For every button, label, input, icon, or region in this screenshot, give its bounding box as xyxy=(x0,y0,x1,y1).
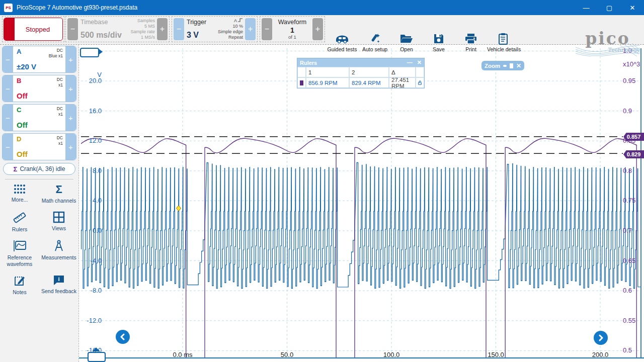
scroll-handle[interactable] xyxy=(88,352,106,362)
zoom-label: Zoom xyxy=(485,63,500,69)
ruler-lock-cell[interactable] xyxy=(416,77,424,88)
ruler-value-tag-1[interactable]: 0.857 xyxy=(623,133,644,141)
channel-a-panel[interactable]: − A DC Blue x1 ±20 V + xyxy=(2,46,76,73)
guided-tests-button[interactable]: Guided tests xyxy=(326,33,358,52)
save-button[interactable]: Save xyxy=(423,33,455,52)
scroll-position-pointer xyxy=(92,347,100,351)
right-axis-scale-label: x10^3 xyxy=(623,60,644,68)
rulers-panel-title: Rulers xyxy=(300,60,317,66)
more-button[interactable]: More... xyxy=(0,184,39,204)
channel-c-panel[interactable]: − C DC x1 Off + xyxy=(2,104,76,131)
calipers-icon xyxy=(53,239,65,252)
trigger-channel: A xyxy=(234,18,237,23)
reference-waveforms-button[interactable]: Reference waveforms xyxy=(0,239,39,267)
send-feedback-button[interactable]: i Send feedback xyxy=(39,274,78,296)
sidebar-divider xyxy=(5,179,73,179)
pan-left-button[interactable] xyxy=(116,330,130,344)
timebase-decrease-button[interactable]: − xyxy=(67,18,78,40)
gridlines xyxy=(81,48,641,356)
record-stripe xyxy=(4,18,15,40)
sample-rate-value: 1 MS/s xyxy=(124,35,155,40)
channel-b-decrease-button[interactable]: − xyxy=(3,75,13,102)
channel-a-increase-button[interactable]: + xyxy=(65,46,76,72)
maximize-button[interactable]: ▢ xyxy=(598,0,621,15)
save-icon xyxy=(433,33,445,45)
zoom-full-view-icon[interactable] xyxy=(510,63,513,68)
channel-c-decrease-button[interactable]: − xyxy=(3,105,13,131)
rulers-minimize-button[interactable]: — xyxy=(407,59,413,66)
capture-control-section: Stopped xyxy=(2,16,64,42)
channel-b-panel[interactable]: − B DC x1 Off + xyxy=(2,75,76,102)
views-button[interactable]: Views xyxy=(39,211,78,233)
waveform-plot-area[interactable] xyxy=(79,44,644,362)
channel-c-range: Off xyxy=(17,121,28,129)
zoom-close-icon[interactable]: ✕ xyxy=(516,63,521,69)
channel-d-decrease-button[interactable]: − xyxy=(3,134,13,160)
trigger-point-diamond xyxy=(176,206,181,211)
channel-c-letter: C xyxy=(17,106,21,114)
channel-c-coupling: DC xyxy=(57,106,63,111)
trigger-decrease-button[interactable]: − xyxy=(174,18,184,40)
rulers-button[interactable]: Rulers xyxy=(0,211,39,233)
trigger-increase-button[interactable]: + xyxy=(245,18,256,40)
printer-icon xyxy=(464,33,477,45)
rulers-header-swatch-cell xyxy=(297,67,306,77)
measurements-button[interactable]: Measurements xyxy=(39,239,78,267)
auto-setup-button[interactable]: Auto setup xyxy=(359,33,391,52)
rulers-panel-titlebar[interactable]: Rulers — ✕ xyxy=(297,58,424,67)
sigma-icon: Σ xyxy=(53,184,65,196)
timebase-increase-button[interactable]: + xyxy=(157,18,168,40)
channel-d-range: Off xyxy=(17,150,28,158)
ruler-value-tag-2[interactable]: 0.829 xyxy=(623,150,644,158)
timebase-section: − Timebase 500 ms/div Samples 5 MS Sampl… xyxy=(65,16,170,42)
channel-a-decrease-button[interactable]: − xyxy=(3,46,13,72)
ruler-value-2: 829.4 RPM xyxy=(349,77,389,88)
window-title: PicoScope 7 Automotive gt930-preset.psda… xyxy=(17,4,137,11)
close-button[interactable]: ✕ xyxy=(621,0,644,15)
channel-b-increase-button[interactable]: + xyxy=(65,75,76,102)
app-icon: PS xyxy=(4,4,13,12)
right-axis-tick-label: 0.7 xyxy=(623,227,644,234)
ruler-swatch-cell xyxy=(297,77,306,88)
right-axis-tick-label: 0.65 xyxy=(623,257,644,264)
y-axis-tick-label: 20.0 xyxy=(80,77,102,84)
channel-d-increase-button[interactable]: + xyxy=(65,134,76,160)
minimize-button[interactable]: — xyxy=(575,0,598,15)
waveform-previous-button[interactable]: − xyxy=(262,18,272,40)
open-button[interactable]: Open xyxy=(390,33,423,52)
folder-icon xyxy=(399,33,414,45)
right-axis-tick-label: 0.75 xyxy=(623,197,644,204)
ruler-color-swatch xyxy=(300,80,303,85)
chevron-left-icon xyxy=(119,333,126,340)
trigger-time-marker[interactable] xyxy=(80,48,99,57)
channel-a-range: ±20 V xyxy=(17,62,36,71)
rulers-header-lock-cell xyxy=(416,67,424,77)
stopped-button[interactable]: Stopped xyxy=(4,18,63,41)
stopped-label: Stopped xyxy=(26,26,50,33)
clipboard-icon xyxy=(498,33,509,45)
print-button[interactable]: Print xyxy=(455,33,487,52)
channel-c-increase-button[interactable]: + xyxy=(65,105,76,131)
math-channel-crank-button[interactable]: Σ Crank(A, 36) idle xyxy=(3,163,75,175)
ruler-icon xyxy=(13,211,27,224)
rulers-close-button[interactable]: ✕ xyxy=(417,59,422,66)
channel-d-panel[interactable]: − D DC x1 Off + xyxy=(2,133,76,160)
channel-b-coupling: DC xyxy=(57,77,63,82)
trigger-value: 3 V xyxy=(187,31,212,40)
zoom-undo-icon[interactable] xyxy=(503,65,507,67)
rulers-header-2: 2 xyxy=(349,67,389,77)
trigger-section: − Trigger 3 V A 10 % Simple edge Repeat … xyxy=(172,16,258,42)
channel-a-letter: A xyxy=(17,48,21,55)
vehicle-details-button[interactable]: Vehicle details xyxy=(487,33,519,52)
notes-button[interactable]: Notes xyxy=(0,274,39,296)
channel-b-range: Off xyxy=(17,92,28,100)
math-channels-button[interactable]: Σ Math channels xyxy=(39,184,78,204)
trigger-mode: Simple edge xyxy=(214,29,243,35)
waveform-chart xyxy=(79,44,644,362)
channel-d-probe: x1 xyxy=(58,141,63,146)
zoom-overlay[interactable]: Zoom ✕ xyxy=(481,61,524,70)
waveform-next-button[interactable]: + xyxy=(312,18,323,40)
rulers-panel[interactable]: Rulers — ✕ 1 2 Δ 856.9 RPM 829.4 RPM 27.… xyxy=(297,58,425,88)
pan-right-button[interactable] xyxy=(594,331,608,345)
samples-label: Samples xyxy=(124,18,155,24)
